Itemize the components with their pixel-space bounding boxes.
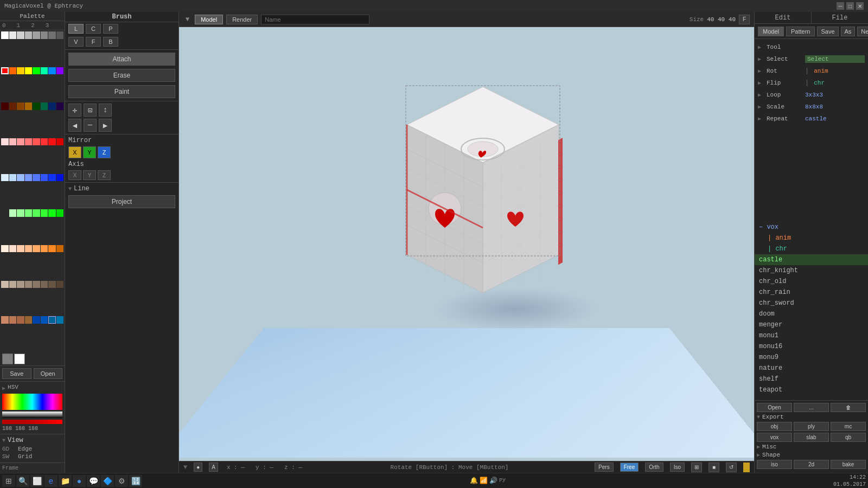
color-cell[interactable] <box>56 31 64 39</box>
viewport-status-dropdown[interactable]: ▼ <box>183 464 187 471</box>
bg-color[interactable] <box>14 354 25 364</box>
edge-button[interactable]: e <box>44 475 58 487</box>
color-cell[interactable] <box>17 102 24 110</box>
export-slab-button[interactable]: slab <box>794 433 829 442</box>
down-icon[interactable]: ─ <box>84 119 97 132</box>
color-cell[interactable] <box>56 281 64 288</box>
mirror-y-button[interactable]: Y <box>83 146 96 158</box>
name-input[interactable] <box>261 15 369 24</box>
color-cell[interactable] <box>56 138 64 146</box>
model-tab-right[interactable]: Model <box>758 27 784 36</box>
color-cell[interactable] <box>9 209 17 217</box>
fg-color[interactable] <box>2 354 13 364</box>
transform-icon[interactable]: ✛ <box>68 104 81 117</box>
file-item-chr-old[interactable]: chr_old <box>755 276 868 287</box>
color-cell[interactable] <box>33 174 40 182</box>
brush-v-button[interactable]: V <box>68 37 84 47</box>
orth-button[interactable]: Orth <box>645 463 663 472</box>
color-cell[interactable] <box>33 245 40 253</box>
brush-f-button[interactable]: F <box>86 37 101 47</box>
pers-button[interactable]: Pers <box>595 463 614 472</box>
pattern-tab[interactable]: Pattern <box>786 27 815 36</box>
mirror-x-button[interactable]: X <box>68 146 81 158</box>
hsv-value-gradient[interactable] <box>2 412 62 418</box>
project-button[interactable]: Project <box>68 195 175 208</box>
erase-button[interactable]: Erase <box>68 69 175 82</box>
solid-view-button[interactable]: ■ <box>709 463 719 472</box>
file-item-anim[interactable]: | anim <box>755 233 868 243</box>
color-cell[interactable] <box>33 31 40 39</box>
search-button[interactable]: 🔍 <box>16 475 29 487</box>
color-cell[interactable] <box>9 31 17 39</box>
viewport-dropdown[interactable]: ▼ <box>183 15 192 24</box>
file-item-vox[interactable]: – vox <box>755 222 868 233</box>
color-cell[interactable] <box>25 31 33 39</box>
color-cell[interactable] <box>33 138 40 146</box>
color-cell[interactable] <box>41 174 48 182</box>
edge-value[interactable]: Edge <box>18 446 32 452</box>
color-cell[interactable] <box>48 102 56 110</box>
file-item-doom[interactable]: doom <box>755 309 868 319</box>
color-cell[interactable] <box>56 245 64 253</box>
new-button[interactable]: New <box>857 27 868 36</box>
hsv-saturation-bar[interactable] <box>2 420 62 424</box>
viewport-canvas[interactable] <box>179 27 754 461</box>
more-button[interactable]: ... <box>794 403 829 412</box>
export-iso-button[interactable]: iso <box>757 460 792 469</box>
color-cell[interactable] <box>41 281 48 288</box>
color-cell[interactable] <box>9 138 17 146</box>
color-cell[interactable] <box>48 67 56 75</box>
color-cell[interactable] <box>33 67 40 75</box>
color-cell[interactable] <box>41 316 48 324</box>
color-cell[interactable] <box>9 174 17 182</box>
file-item-monu16[interactable]: monu16 <box>755 341 868 352</box>
mirror-z-button[interactable]: Z <box>98 146 111 158</box>
calculator-button[interactable]: 🔢 <box>129 475 142 487</box>
file-item-chr-rain[interactable]: chr_rain <box>755 287 868 298</box>
color-cell[interactable] <box>56 67 64 75</box>
color-cell[interactable] <box>17 245 24 253</box>
color-cell[interactable] <box>1 316 9 324</box>
color-cell[interactable] <box>1 174 9 182</box>
file-item-teapot[interactable]: teapot <box>755 384 868 395</box>
grid-view-button[interactable]: ⊞ <box>691 463 702 472</box>
file-item-nature[interactable]: nature <box>755 363 868 374</box>
export-bake-button[interactable]: bake <box>831 460 866 469</box>
resize-icon[interactable]: ⊡ <box>84 104 97 117</box>
free-button[interactable]: Free <box>620 463 639 472</box>
delete-button[interactable]: 🗑 <box>831 403 866 412</box>
reset-view-button[interactable]: ↺ <box>726 463 737 472</box>
render-tab[interactable]: Render <box>226 15 258 24</box>
file-item-castle[interactable]: castle <box>755 254 868 265</box>
color-cell[interactable] <box>56 316 64 324</box>
color-cell[interactable] <box>25 138 33 146</box>
color-cell[interactable] <box>25 209 33 217</box>
color-cell[interactable] <box>48 138 56 146</box>
open-button[interactable]: Open <box>34 368 63 379</box>
color-cell[interactable] <box>1 281 9 288</box>
attach-button[interactable]: Attach <box>68 53 175 66</box>
color-cell[interactable] <box>1 31 9 39</box>
a-button[interactable]: A <box>209 463 218 472</box>
file-item-menger[interactable]: menger <box>755 319 868 330</box>
f-button[interactable]: F <box>739 15 750 24</box>
color-cell[interactable] <box>33 102 40 110</box>
export-2d-button[interactable]: 2d <box>794 460 829 469</box>
color-cell[interactable] <box>9 245 17 253</box>
color-cell[interactable] <box>41 67 48 75</box>
color-cell[interactable] <box>17 316 24 324</box>
minimize-button[interactable]: ─ <box>837 2 844 10</box>
voxel-model[interactable] <box>369 70 597 342</box>
color-cell[interactable] <box>1 209 9 217</box>
color-cell[interactable] <box>48 31 56 39</box>
color-cell[interactable] <box>1 102 9 110</box>
color-cell[interactable] <box>41 138 48 146</box>
color-cell[interactable] <box>25 174 33 182</box>
brush-c-button[interactable]: C <box>86 24 101 34</box>
iso-button[interactable]: Iso <box>670 463 685 472</box>
color-cell[interactable] <box>9 281 17 288</box>
save-right-button[interactable]: Save <box>817 27 838 36</box>
color-cell[interactable] <box>48 281 56 288</box>
color-cell[interactable] <box>25 245 33 253</box>
color-cell[interactable] <box>48 209 56 217</box>
